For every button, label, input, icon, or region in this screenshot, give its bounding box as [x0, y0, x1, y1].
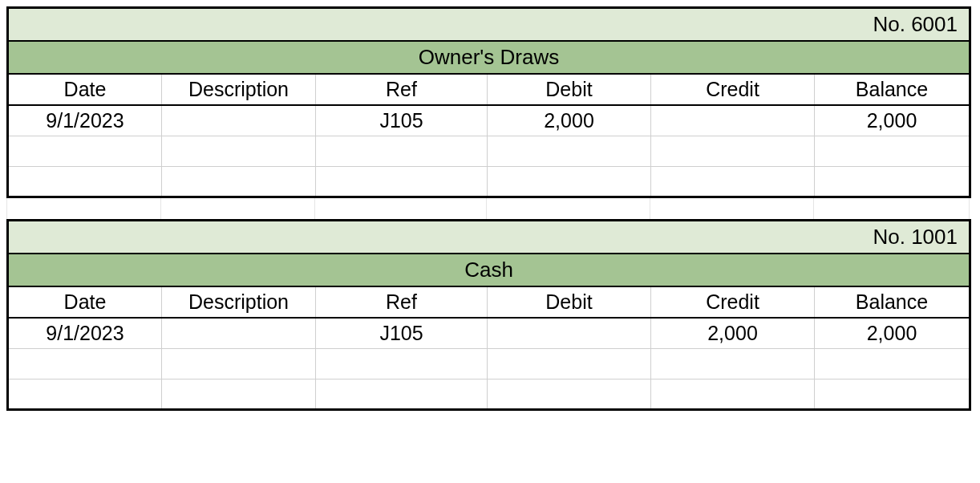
cell-credit: [651, 349, 815, 380]
cell-ref: J105: [316, 318, 488, 349]
cell-debit: [488, 349, 651, 380]
table-row: 9/1/2023 J105 2,000 2,000: [8, 105, 970, 136]
cell-description: [162, 318, 316, 349]
cell-debit: [488, 167, 651, 197]
cell-ref: [316, 167, 488, 197]
table-row: [8, 349, 970, 380]
table-row: [8, 380, 970, 410]
account-name: Owner's Draws: [8, 41, 970, 74]
cell-credit: [651, 167, 815, 197]
cell-date: [8, 349, 162, 380]
cell-description: [162, 167, 316, 197]
cell-credit: [651, 105, 815, 136]
cell-debit: [488, 136, 651, 167]
cell-balance: [815, 380, 970, 410]
cell-balance: [815, 167, 970, 197]
cell-credit: [651, 380, 815, 410]
cell-balance: 2,000: [815, 318, 970, 349]
cell-balance: [815, 349, 970, 380]
cell-date: [8, 136, 162, 167]
cell-date: 9/1/2023: [8, 105, 162, 136]
cell-ref: [316, 380, 488, 410]
cell-date: [8, 380, 162, 410]
col-header-debit: Debit: [488, 286, 651, 318]
cell-description: [162, 136, 316, 167]
col-header-date: Date: [8, 286, 162, 318]
cell-ref: [316, 349, 488, 380]
col-header-description: Description: [162, 74, 316, 105]
col-header-ref: Ref: [316, 74, 488, 105]
ledger-table: No. 1001 Cash Date Description Ref Debit…: [6, 219, 971, 411]
col-header-description: Description: [162, 286, 316, 318]
account-number: No. 1001: [8, 221, 970, 254]
col-header-ref: Ref: [316, 286, 488, 318]
table-row: [8, 167, 970, 197]
ledger-table: No. 6001 Owner's Draws Date Description …: [6, 6, 971, 198]
cell-description: [162, 105, 316, 136]
col-header-date: Date: [8, 74, 162, 105]
cell-credit: [651, 136, 815, 167]
cell-date: 9/1/2023: [8, 318, 162, 349]
col-header-balance: Balance: [815, 286, 970, 318]
cell-debit: [488, 318, 651, 349]
col-header-debit: Debit: [488, 74, 651, 105]
account-number: No. 6001: [8, 8, 970, 42]
cell-description: [162, 380, 316, 410]
cell-date: [8, 167, 162, 197]
table-row: [8, 136, 970, 167]
cell-debit: [488, 380, 651, 410]
account-name: Cash: [8, 254, 970, 286]
cell-ref: [316, 136, 488, 167]
col-header-credit: Credit: [651, 286, 815, 318]
col-header-balance: Balance: [815, 74, 970, 105]
gap-row: [6, 198, 969, 219]
cell-description: [162, 349, 316, 380]
cell-credit: 2,000: [651, 318, 815, 349]
cell-ref: J105: [316, 105, 488, 136]
cell-balance: 2,000: [815, 105, 970, 136]
cell-balance: [815, 136, 970, 167]
table-row: 9/1/2023 J105 2,000 2,000: [8, 318, 970, 349]
cell-debit: 2,000: [488, 105, 651, 136]
col-header-credit: Credit: [651, 74, 815, 105]
